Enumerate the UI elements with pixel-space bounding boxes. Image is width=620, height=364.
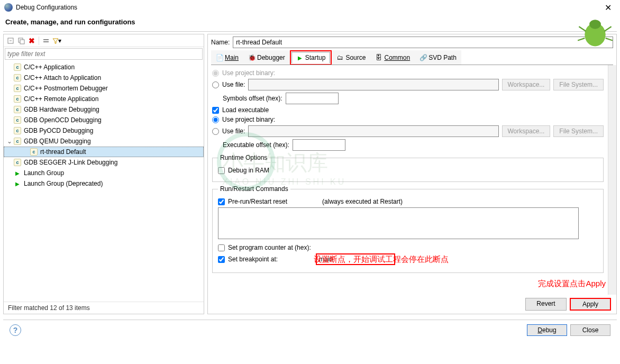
svd-icon: 🔗 [420, 54, 427, 61]
label-symbols-offset: Symbols offset (hex): [223, 95, 282, 102]
apply-button[interactable]: Apply [570, 298, 611, 311]
label-use-file-2: Use file: [222, 128, 245, 135]
radio-project-binary-2[interactable] [212, 116, 219, 123]
radio-use-file-1[interactable] [212, 81, 219, 88]
radio-use-file-2[interactable] [212, 128, 219, 135]
tree-item-c-postmortem[interactable]: cC/C++ Postmortem Debugger [4, 83, 204, 94]
tree-item-gdb-hw[interactable]: cGDB Hardware Debugging [4, 104, 204, 115]
tab-startup[interactable]: ▶Startup [291, 52, 331, 63]
revert-button[interactable]: Revert [525, 298, 567, 311]
tree-item-gdb-segger[interactable]: cGDB SEGGER J-Link Debugging [4, 157, 204, 168]
label-debug-ram: Debug in RAM [228, 167, 269, 174]
bug-decor-icon [577, 13, 614, 50]
duplicate-icon[interactable] [16, 36, 26, 46]
exec-offset-input[interactable] [293, 139, 345, 151]
header-title: Create, manage, and run configurations [5, 18, 135, 26]
svg-line-2 [579, 26, 586, 31]
tree-item-launch-group[interactable]: ▶Launch Group [4, 168, 204, 178]
label-use-file: Use file: [222, 81, 245, 88]
filter-input[interactable] [5, 48, 203, 60]
legend-runtime: Runtime Options [218, 154, 269, 161]
check-debug-ram[interactable] [218, 167, 225, 174]
tab-svd[interactable]: 🔗SVD Path [415, 50, 461, 65]
bug-icon: 🐞 [248, 54, 256, 61]
window-title: Debug Configurations [16, 4, 77, 11]
tree-item-c-attach[interactable]: cC/C++ Attach to Application [4, 72, 204, 83]
close-button[interactable]: Close [570, 324, 610, 336]
caret-icon[interactable]: ⌄ [6, 138, 13, 145]
label-set-breakpoint: Set breakpoint at: [228, 256, 313, 263]
file-input-2 [248, 125, 498, 137]
workspace-button-2: Workspace... [502, 125, 551, 137]
play-icon: ▶ [296, 54, 304, 61]
tree-item-gdb-pyocd[interactable]: cGDB PyOCD Debugging [4, 125, 204, 136]
svg-line-3 [605, 26, 612, 31]
check-prerun-reset[interactable] [218, 198, 225, 205]
tree-item-rt-thread[interactable]: crt-thread Default [4, 147, 204, 157]
legend-run-restart: Run/Restart Commands [218, 185, 290, 193]
tree-item-gdb-qemu[interactable]: ⌄cGDB QEMU Debugging [4, 136, 204, 147]
source-icon: 🗂 [336, 54, 344, 61]
play-icon: ▶ [13, 179, 22, 188]
label-project-binary: Use project binary: [222, 116, 275, 123]
header: Create, manage, and run configurations [0, 15, 620, 31]
close-icon[interactable]: ✕ [600, 3, 616, 13]
label-always-exec: (always executed at Restart) [322, 198, 403, 205]
delete-icon[interactable]: ✖ [27, 36, 37, 46]
svg-point-1 [589, 20, 601, 29]
file-input-1 [248, 79, 498, 90]
titlebar: Debug Configurations ✕ [0, 0, 620, 15]
new-config-icon[interactable] [6, 36, 15, 46]
help-icon[interactable]: ? [10, 324, 21, 336]
tab-common[interactable]: 🗄Common [370, 50, 415, 65]
name-input[interactable] [233, 37, 613, 48]
play-icon: ▶ [13, 169, 22, 177]
tree-item-c-remote[interactable]: cC/C++ Remote Application [4, 94, 204, 104]
svg-rect-11 [43, 41, 49, 42]
tree-item-gdb-openocd[interactable]: cGDB OpenOCD Debugging [4, 115, 204, 125]
radio-project-binary-1 [212, 70, 219, 77]
name-label: Name: [211, 39, 230, 46]
svg-rect-9 [20, 40, 24, 44]
tab-main[interactable]: 📄Main [211, 50, 243, 65]
left-panel: ✖ ▾ cC/C++ Application cC/C++ Attach to … [3, 34, 204, 314]
annotation-breakpoint: 设置断点，开始调试工程会停在此断点 [314, 254, 449, 265]
file-icon: 📄 [216, 54, 223, 61]
tab-source[interactable]: 🗂Source [332, 50, 370, 65]
scrollbar[interactable] [608, 65, 616, 295]
svg-line-4 [578, 38, 585, 40]
filesystem-button-2: File System... [553, 125, 604, 137]
svg-line-5 [606, 38, 613, 40]
collapse-icon[interactable] [41, 36, 51, 46]
annotation-apply: 完成设置点击Apply [538, 279, 606, 289]
tabs: 📄Main 🐞Debugger ▶Startup 🗂Source 🗄Common… [208, 50, 616, 65]
check-set-pc[interactable] [218, 244, 225, 251]
debug-button[interactable]: Debug [527, 324, 567, 336]
label-load-exec: Load executable [222, 106, 269, 114]
runtime-options-group: Runtime Options Debug in RAM [212, 154, 604, 182]
tree-item-launch-group-dep[interactable]: ▶Launch Group (Deprecated) [4, 178, 204, 189]
config-tree: cC/C++ Application cC/C++ Attach to Appl… [4, 61, 204, 302]
right-panel: Name: 📄Main 🐞Debugger ▶Startup 🗂Source 🗄… [207, 34, 617, 314]
commands-textarea[interactable] [218, 207, 579, 239]
workspace-button-1: Workspace... [502, 79, 551, 90]
filesystem-button-1: File System... [553, 79, 604, 90]
svg-rect-10 [43, 39, 49, 40]
tab-content: Use project binary: Use file: Workspace.… [208, 65, 608, 295]
filter-icon[interactable]: ▾ [52, 36, 61, 46]
tree-item-c-app[interactable]: cC/C++ Application [4, 62, 204, 72]
symbols-offset-input[interactable] [286, 93, 339, 104]
footer: ? Debug Close [3, 320, 617, 340]
common-icon: 🗄 [375, 54, 382, 61]
label-set-pc: Set program counter at (hex): [228, 244, 311, 251]
filter-status: Filter matched 12 of 13 items [4, 302, 204, 314]
check-load-exec[interactable] [212, 107, 219, 114]
label-prerun: Pre-run/Restart reset [228, 198, 287, 205]
check-set-breakpoint[interactable] [218, 256, 225, 263]
label-exec-offset: Executable offset (hex): [223, 141, 289, 149]
eclipse-icon [4, 3, 13, 12]
left-toolbar: ✖ ▾ [4, 34, 204, 47]
tab-debugger[interactable]: 🐞Debugger [243, 50, 290, 65]
